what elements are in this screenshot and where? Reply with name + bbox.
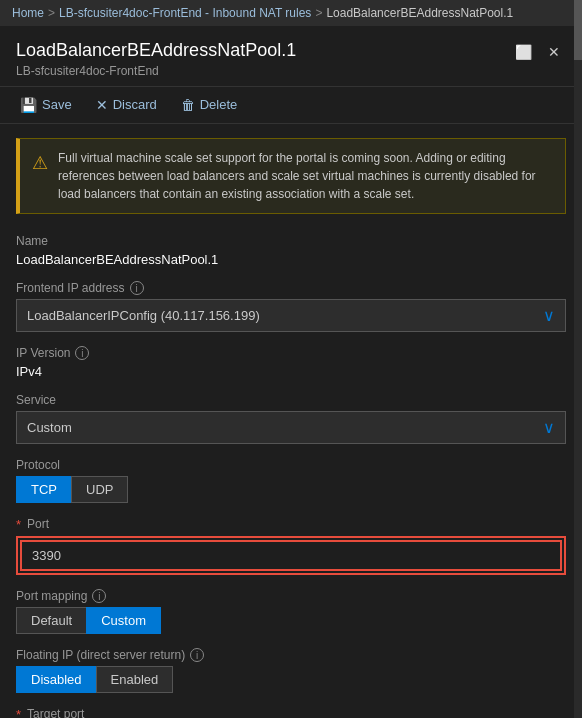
- service-label: Service: [16, 393, 566, 407]
- floating-ip-field-group: Floating IP (direct server return) i Dis…: [16, 648, 566, 693]
- breadcrumb-parent[interactable]: LB-sfcusiter4doc-FrontEnd - Inbound NAT …: [59, 6, 311, 20]
- scrollbar-thumb[interactable]: [574, 0, 582, 60]
- discard-button[interactable]: ✕ Discard: [92, 95, 161, 115]
- protocol-label: Protocol: [16, 458, 566, 472]
- ip-version-label: IP Version i: [16, 346, 566, 360]
- name-label: Name: [16, 234, 566, 248]
- target-port-required-star: *: [16, 707, 21, 718]
- save-button[interactable]: 💾 Save: [16, 95, 76, 115]
- floating-ip-enabled-button[interactable]: Enabled: [96, 666, 174, 693]
- ip-version-field-group: IP Version i IPv4: [16, 346, 566, 379]
- warning-banner: ⚠ Full virtual machine scale set support…: [16, 138, 566, 214]
- breadcrumb: Home > LB-sfcusiter4doc-FrontEnd - Inbou…: [0, 0, 582, 26]
- service-select[interactable]: Custom ∨: [16, 411, 566, 444]
- toolbar: 💾 Save ✕ Discard 🗑 Delete: [0, 87, 582, 124]
- main-container: Home > LB-sfcusiter4doc-FrontEnd - Inbou…: [0, 0, 582, 718]
- port-label: Port: [27, 517, 49, 531]
- scrollbar-track: [574, 0, 582, 718]
- frontend-ip-value: LoadBalancerIPConfig (40.117.156.199): [27, 308, 260, 323]
- protocol-field-group: Protocol TCP UDP: [16, 458, 566, 503]
- name-field-group: Name LoadBalancerBEAddressNatPool.1: [16, 234, 566, 267]
- target-port-label: Target port: [27, 707, 84, 718]
- port-mapping-field-group: Port mapping i Default Custom: [16, 589, 566, 634]
- panel-subtitle: LB-sfcusiter4doc-FrontEnd: [16, 64, 296, 78]
- warning-text: Full virtual machine scale set support f…: [58, 149, 553, 203]
- save-icon: 💾: [20, 97, 37, 113]
- target-port-field-group: * Target port: [16, 707, 566, 718]
- form-body: Name LoadBalancerBEAddressNatPool.1 Fron…: [0, 228, 582, 718]
- port-field-group: * Port: [16, 517, 566, 575]
- port-mapping-custom-button[interactable]: Custom: [86, 607, 161, 634]
- frontend-ip-info-icon[interactable]: i: [130, 281, 144, 295]
- port-required-star: *: [16, 517, 21, 532]
- frontend-ip-label: Frontend IP address i: [16, 281, 566, 295]
- protocol-tcp-button[interactable]: TCP: [16, 476, 71, 503]
- port-mapping-toggle: Default Custom: [16, 607, 566, 634]
- floating-ip-info-icon[interactable]: i: [190, 648, 204, 662]
- warning-icon: ⚠: [32, 150, 48, 203]
- frontend-ip-select[interactable]: LoadBalancerIPConfig (40.117.156.199) ∨: [16, 299, 566, 332]
- breadcrumb-sep-1: >: [48, 6, 55, 20]
- breadcrumb-home[interactable]: Home: [12, 6, 44, 20]
- port-label-row: * Port: [16, 517, 566, 532]
- breadcrumb-current: LoadBalancerBEAddressNatPool.1: [326, 6, 513, 20]
- port-error-border: [16, 536, 566, 575]
- ip-version-value: IPv4: [16, 364, 566, 379]
- target-port-label-row: * Target port: [16, 707, 566, 718]
- ip-version-info-icon[interactable]: i: [75, 346, 89, 360]
- port-mapping-label: Port mapping i: [16, 589, 566, 603]
- protocol-toggle: TCP UDP: [16, 476, 566, 503]
- panel-actions: ⬜ ✕: [509, 40, 566, 64]
- port-input[interactable]: [20, 540, 562, 571]
- panel-header: LoadBalancerBEAddressNatPool.1 LB-sfcusi…: [0, 26, 582, 87]
- discard-label: Discard: [113, 97, 157, 112]
- breadcrumb-sep-2: >: [315, 6, 322, 20]
- service-chevron-icon: ∨: [543, 418, 555, 437]
- service-field-group: Service Custom ∨: [16, 393, 566, 444]
- port-mapping-info-icon[interactable]: i: [92, 589, 106, 603]
- save-label: Save: [42, 97, 72, 112]
- delete-button[interactable]: 🗑 Delete: [177, 95, 242, 115]
- panel-title-block: LoadBalancerBEAddressNatPool.1 LB-sfcusi…: [16, 40, 296, 78]
- discard-icon: ✕: [96, 97, 108, 113]
- delete-icon: 🗑: [181, 97, 195, 113]
- close-button[interactable]: ✕: [542, 40, 566, 64]
- protocol-udp-button[interactable]: UDP: [71, 476, 128, 503]
- chevron-down-icon: ∨: [543, 306, 555, 325]
- frontend-ip-field-group: Frontend IP address i LoadBalancerIPConf…: [16, 281, 566, 332]
- floating-ip-label: Floating IP (direct server return) i: [16, 648, 566, 662]
- page-title: LoadBalancerBEAddressNatPool.1: [16, 40, 296, 62]
- floating-ip-disabled-button[interactable]: Disabled: [16, 666, 96, 693]
- service-value: Custom: [27, 420, 72, 435]
- floating-ip-toggle: Disabled Enabled: [16, 666, 566, 693]
- name-value: LoadBalancerBEAddressNatPool.1: [16, 252, 566, 267]
- delete-label: Delete: [200, 97, 238, 112]
- port-mapping-default-button[interactable]: Default: [16, 607, 86, 634]
- minimize-button[interactable]: ⬜: [509, 40, 538, 64]
